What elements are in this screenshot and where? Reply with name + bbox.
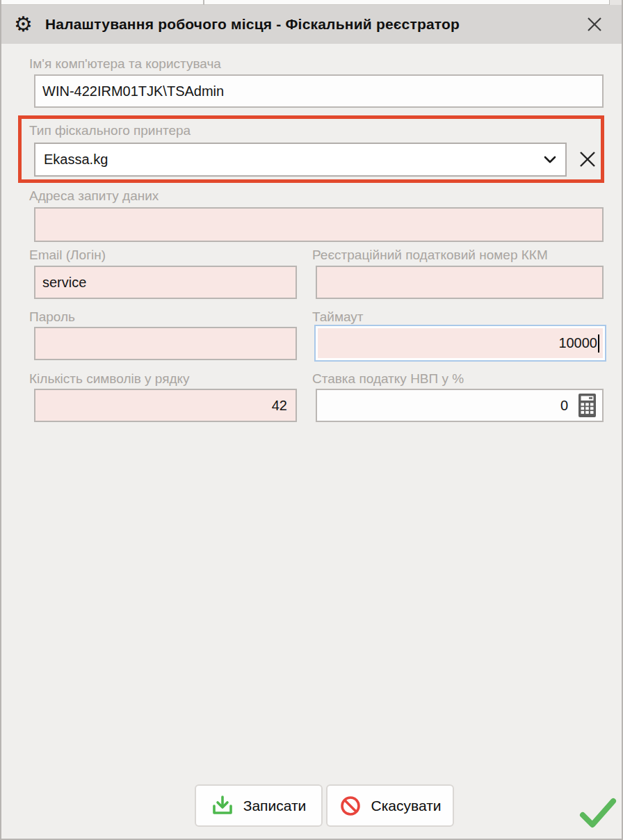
printer-type-combobox[interactable]: Ekassa.kg	[34, 143, 567, 177]
email-field[interactable]: service	[34, 266, 297, 299]
background-window-edge	[1, 0, 622, 5]
cancel-icon	[339, 795, 362, 817]
calculator-icon	[578, 393, 597, 418]
dialog-titlebar: ⚙ Налаштування робочого місця - Фіскальн…	[1, 5, 622, 44]
cancel-button-label: Скасувати	[371, 798, 442, 814]
save-button-label: Записати	[243, 798, 307, 814]
save-icon	[211, 795, 234, 817]
close-button[interactable]	[585, 15, 604, 33]
background-window-edge-right	[609, 0, 622, 5]
chars-per-line-value: 42	[272, 398, 287, 414]
computer-name-field[interactable]: WIN-422IRM01TJK\TSAdmin	[34, 74, 604, 108]
dialog-title: Налаштування робочого місця - Фіскальний…	[45, 16, 460, 33]
save-button[interactable]: Записати	[195, 784, 323, 827]
clear-x-icon	[578, 150, 597, 169]
chars-per-line-field[interactable]: 42	[34, 389, 297, 422]
nvp-tax-rate-label: Ставка податку НВП у %	[312, 371, 464, 387]
background-window-divider	[203, 0, 204, 5]
printer-type-clear-button[interactable]	[573, 145, 602, 174]
computer-name-label: Ім'я комп'ютера та користувача	[29, 56, 221, 72]
email-label: Email (Логін)	[29, 248, 106, 263]
calculator-button[interactable]	[578, 393, 597, 418]
printer-type-label: Тип фіскального принтера	[29, 123, 191, 138]
nvp-tax-rate-field[interactable]: 0	[316, 389, 604, 422]
cancel-button[interactable]: Скасувати	[326, 784, 454, 827]
password-field[interactable]	[34, 327, 297, 360]
gear-icon: ⚙	[14, 14, 33, 35]
text-caret	[598, 334, 599, 353]
password-label: Пароль	[29, 309, 75, 325]
request-address-field[interactable]	[34, 207, 604, 242]
timeout-field[interactable]: 10000	[314, 325, 606, 362]
chars-per-line-label: Кількість символів у рядку	[29, 371, 190, 387]
nvp-tax-rate-value: 0	[560, 398, 568, 414]
computer-name-value: WIN-422IRM01TJK\TSAdmin	[42, 83, 224, 99]
email-value: service	[42, 275, 86, 291]
kkm-tax-number-label: Реєстраційний податковий номер ККМ	[312, 248, 548, 263]
settings-dialog: ⚙ Налаштування робочого місця - Фіскальн…	[0, 0, 623, 840]
timeout-label: Таймаут	[312, 309, 364, 325]
printer-type-value: Ekassa.kg	[44, 152, 108, 168]
close-icon	[585, 15, 604, 33]
timeout-value: 10000	[558, 335, 597, 351]
chevron-down-icon	[543, 155, 557, 164]
confirm-check-button[interactable]	[577, 795, 619, 833]
checkmark-icon	[577, 795, 619, 830]
kkm-tax-number-field[interactable]	[316, 266, 604, 299]
request-address-label: Адреса запиту даних	[29, 188, 159, 204]
